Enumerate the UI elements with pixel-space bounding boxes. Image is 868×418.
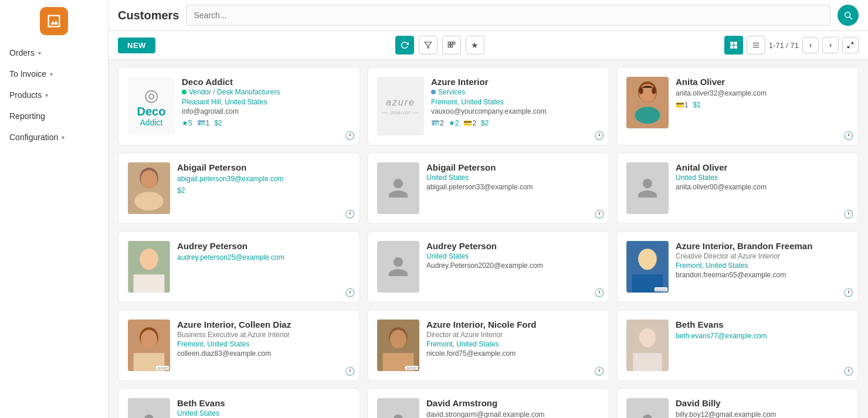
clock-icon: 🕐	[594, 209, 604, 219]
card-avatar: azure	[626, 241, 669, 293]
chevron-down-icon: ▾	[38, 50, 41, 56]
sidebar-item-products[interactable]: Products ▾	[0, 84, 108, 106]
badge-1: 💳1	[676, 101, 689, 109]
card-name: Azure Interior, Colleen Diaz	[177, 320, 350, 329]
topbar: Customers	[108, 0, 868, 31]
sidebar-item-reporting[interactable]: Reporting	[0, 106, 108, 127]
next-page-button[interactable]: ›	[822, 37, 839, 53]
card-info: Abigail Peterson abigail.peterson39@exam…	[177, 162, 350, 195]
clock-icon: 🕐	[345, 366, 355, 376]
card-name: Azure Interior	[431, 77, 599, 87]
kanban-view-button[interactable]	[724, 36, 743, 55]
favorites-button[interactable]: ★	[466, 36, 484, 55]
svg-rect-3	[453, 42, 455, 45]
prev-page-button[interactable]: ‹	[802, 37, 819, 53]
card-beth-evans-2[interactable]: Beth Evans United States beth.evans@exam…	[118, 388, 360, 418]
card-avatar	[377, 241, 419, 293]
card-email: colleen.diaz83@example.com	[177, 349, 350, 358]
filter-button[interactable]	[419, 36, 438, 55]
card-info: Anital Oliver United States anita.oliver…	[676, 162, 849, 195]
refresh-button[interactable]	[395, 36, 414, 55]
app-icon[interactable]	[40, 7, 68, 35]
card-info: Azure Interior Services Fremont, United …	[431, 77, 599, 127]
card-info: Beth Evans United States beth.evans@exam…	[177, 398, 350, 418]
new-button[interactable]: NEW	[118, 38, 155, 53]
card-email: audrey.peterson25@example.com	[177, 253, 350, 261]
card-name: Abigail Peterson	[177, 162, 350, 172]
clock-icon: 🕐	[594, 366, 604, 376]
badge-amount: $2	[214, 119, 222, 127]
badge-3: 💳2	[463, 119, 476, 127]
svg-rect-43	[633, 353, 662, 371]
svg-point-42	[640, 331, 655, 347]
cards-grid: ◎ Deco Addict Deco Addict Vendor / Desk …	[118, 67, 859, 418]
card-email: vauxoo@yourcompany.example.com	[431, 107, 599, 115]
card-audrey-peterson-2[interactable]: Audrey Peterson United States Audrey.Pet…	[367, 231, 609, 303]
badge-card: 🪪1	[197, 119, 210, 127]
card-email: david.strongarm@gmail.example.com	[426, 410, 599, 418]
card-location: United States	[177, 409, 350, 417]
svg-rect-1	[448, 42, 450, 45]
card-azure-nicole[interactable]: azure Azure Interior, Nicole Ford Direct…	[367, 310, 609, 381]
card-david-armstrong[interactable]: David Armstrong david.strongarm@gmail.ex…	[367, 388, 609, 418]
card-beth-evans-1[interactable]: Beth Evans beth.evans77@example.com 🕐	[616, 310, 859, 381]
card-email: info@agrolait.com	[182, 107, 350, 115]
card-name: Audrey Peterson	[177, 241, 350, 251]
sidebar-item-configuration-label: Configuration	[9, 132, 58, 142]
list-view-button[interactable]	[747, 36, 765, 55]
card-azure-colleen[interactable]: azure Azure Interior, Colleen Diaz Busin…	[118, 310, 360, 381]
card-abigail-peterson-2[interactable]: Abigail Peterson United States abigail.p…	[367, 152, 609, 224]
card-name: Azure Interior, Brandon Freeman	[676, 241, 849, 251]
main-content: Customers NEW ★ 1-71 / 71 ‹ ›	[108, 0, 868, 418]
card-avatar	[377, 162, 419, 214]
card-david-billy[interactable]: David Billy billy.boy12@gmail.example.co…	[616, 388, 859, 418]
card-info: Azure Interior, Colleen Diaz Business Ex…	[177, 320, 350, 361]
card-azure-interior[interactable]: azure — interior — Azure Interior Servic…	[367, 67, 609, 145]
clock-icon: 🕐	[345, 209, 355, 219]
card-anita-oliver[interactable]: Anita Oliver anita.oliver32@example.com …	[616, 67, 859, 145]
card-email: nicole.ford75@example.com	[426, 349, 599, 358]
badge-amount: $2	[177, 186, 185, 195]
sidebar-item-orders[interactable]: Orders ▾	[0, 42, 108, 63]
card-location: Fremont, United States	[431, 98, 599, 106]
card-name: Abigail Peterson	[426, 162, 599, 172]
expand-button[interactable]	[842, 37, 859, 53]
clock-icon: 🕐	[843, 131, 853, 140]
card-location: Pleasant Hill, United States	[182, 98, 350, 106]
sidebar-item-configuration[interactable]: Configuration ▾	[0, 127, 108, 148]
chevron-down-icon: ▾	[50, 71, 53, 77]
card-name: Audrey Peterson	[426, 241, 599, 251]
card-subtitle: Director at Azure Interior	[426, 331, 599, 339]
svg-rect-2	[450, 42, 453, 45]
card-abigail-peterson-1[interactable]: Abigail Peterson abigail.peterson39@exam…	[118, 152, 360, 224]
svg-rect-7	[734, 42, 737, 45]
avatar-placeholder	[377, 241, 419, 293]
svg-rect-6	[730, 42, 733, 45]
card-email: Audrey.Peterson2020@example.com	[426, 261, 599, 270]
sidebar-item-orders-label: Orders	[9, 48, 35, 57]
avatar-placeholder	[377, 398, 419, 418]
card-deco-addict[interactable]: ◎ Deco Addict Deco Addict Vendor / Desk …	[118, 67, 360, 145]
azure-interior-logo: azure — interior —	[377, 77, 424, 135]
card-location: Fremont, United States	[177, 340, 350, 348]
badge-2: $1	[693, 101, 701, 109]
svg-point-26	[141, 252, 157, 270]
toolbar-right: 1-71 / 71 ‹ ›	[724, 36, 859, 55]
card-azure-brandon[interactable]: azure Azure Interior, Brandon Freeman Cr…	[616, 231, 859, 303]
svg-line-14	[848, 46, 850, 48]
page-title: Customers	[118, 9, 179, 22]
chevron-down-icon: ▾	[45, 92, 48, 98]
card-subtitle: Business Executive at Azure Interior	[177, 331, 350, 339]
card-anital-oliver[interactable]: Anital Oliver United States anita.oliver…	[616, 152, 859, 224]
card-audrey-peterson-1[interactable]: Audrey Peterson audrey.peterson25@exampl…	[118, 231, 360, 303]
card-name: David Billy	[676, 398, 849, 408]
svg-point-19	[652, 87, 656, 94]
svg-point-17	[635, 107, 660, 124]
search-input[interactable]	[186, 5, 830, 26]
sidebar-item-to-invoice[interactable]: To Invoice ▾	[0, 63, 108, 84]
group-button[interactable]	[442, 36, 461, 55]
clock-icon: 🕐	[843, 209, 853, 219]
card-info: Anita Oliver anita.oliver32@example.com …	[676, 77, 849, 109]
svg-rect-9	[734, 46, 737, 49]
search-button[interactable]	[838, 5, 859, 26]
